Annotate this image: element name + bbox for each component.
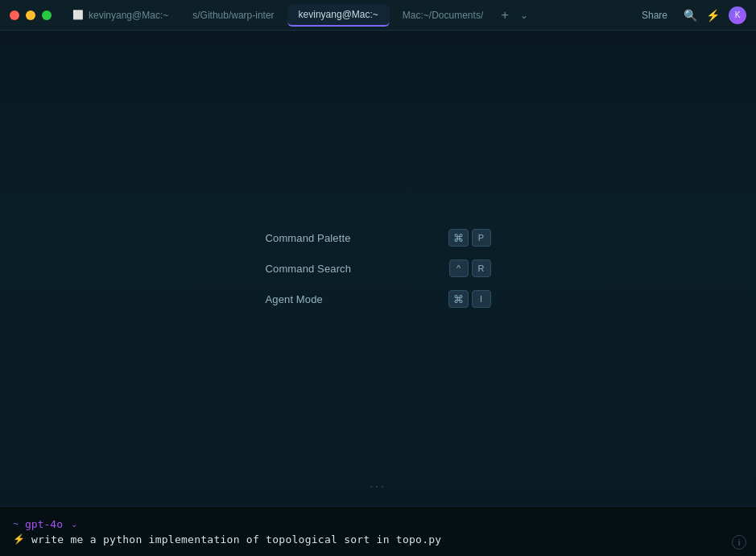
- tab-3[interactable]: kevinyang@Mac:~: [287, 4, 390, 27]
- tab-2-label: s/Github/warp-inter: [192, 10, 274, 21]
- tab-3-label: kevinyang@Mac:~: [299, 9, 378, 20]
- key-cmd-1: ⌘: [448, 229, 469, 247]
- command-search-row: Command Search ^ R: [266, 255, 491, 282]
- tab-icon-1: ⬜: [72, 10, 84, 20]
- tab-2[interactable]: s/Github/warp-inter: [181, 4, 285, 27]
- maximize-button[interactable]: [42, 10, 52, 20]
- tab-1[interactable]: ⬜ kevinyang@Mac:~: [61, 4, 180, 27]
- command-palette-row: Command Palette ⌘ P: [266, 224, 491, 251]
- command-palette-keybind: ⌘ P: [448, 229, 491, 247]
- three-dots: ...: [370, 477, 386, 490]
- terminal-area: Command Palette ⌘ P Command Search ^ R A…: [0, 31, 756, 506]
- model-name[interactable]: gpt-4o: [25, 518, 63, 530]
- agent-mode-keybind: ⌘ I: [448, 290, 491, 308]
- model-chevron-icon[interactable]: ⌄: [71, 520, 77, 529]
- command-search-label: Command Search: [266, 263, 352, 275]
- tilde-icon: ~: [13, 518, 19, 529]
- tab-1-label: kevinyang@Mac:~: [89, 10, 168, 21]
- prompt-lightning-icon: ⚡: [13, 533, 25, 545]
- key-r: R: [472, 259, 491, 277]
- new-tab-button[interactable]: +: [496, 6, 514, 24]
- lightning-icon[interactable]: ⚡: [706, 9, 719, 22]
- command-input-text[interactable]: write me a python implementation of topo…: [31, 533, 441, 546]
- share-button[interactable]: Share: [635, 6, 674, 24]
- key-ctrl: ^: [449, 259, 469, 277]
- minimize-button[interactable]: [26, 10, 35, 20]
- model-row: ~ gpt-4o ⌄: [13, 518, 743, 530]
- bottom-bar: ~ gpt-4o ⌄ ⚡ write me a python implement…: [0, 506, 756, 556]
- command-palette-overlay: Command Palette ⌘ P Command Search ^ R A…: [266, 224, 491, 313]
- command-input-row: ⚡ write me a python implementation of to…: [13, 533, 743, 546]
- avatar[interactable]: K: [729, 6, 746, 24]
- tabs-chevron-button[interactable]: ⌄: [515, 6, 533, 24]
- key-p: P: [472, 229, 491, 247]
- titlebar: ⬜ kevinyang@Mac:~ s/Github/warp-inter ke…: [0, 0, 756, 31]
- agent-mode-label: Agent Mode: [266, 293, 323, 305]
- close-button[interactable]: [10, 10, 19, 20]
- command-search-keybind: ^ R: [449, 259, 491, 277]
- search-icon[interactable]: 🔍: [684, 9, 696, 22]
- tab-bar: ⬜ kevinyang@Mac:~ s/Github/warp-inter ke…: [61, 4, 635, 27]
- key-cmd-2: ⌘: [448, 290, 469, 308]
- key-i: I: [472, 290, 491, 308]
- traffic-lights: [10, 10, 52, 20]
- tab-4-label: Mac:~/Documents/: [403, 10, 483, 21]
- tab-4[interactable]: Mac:~/Documents/: [391, 4, 494, 27]
- command-palette-label: Command Palette: [266, 232, 351, 244]
- titlebar-actions: Share 🔍 ⚡ K: [635, 6, 746, 24]
- agent-mode-row: Agent Mode ⌘ I: [266, 285, 491, 313]
- info-badge[interactable]: i: [732, 535, 746, 550]
